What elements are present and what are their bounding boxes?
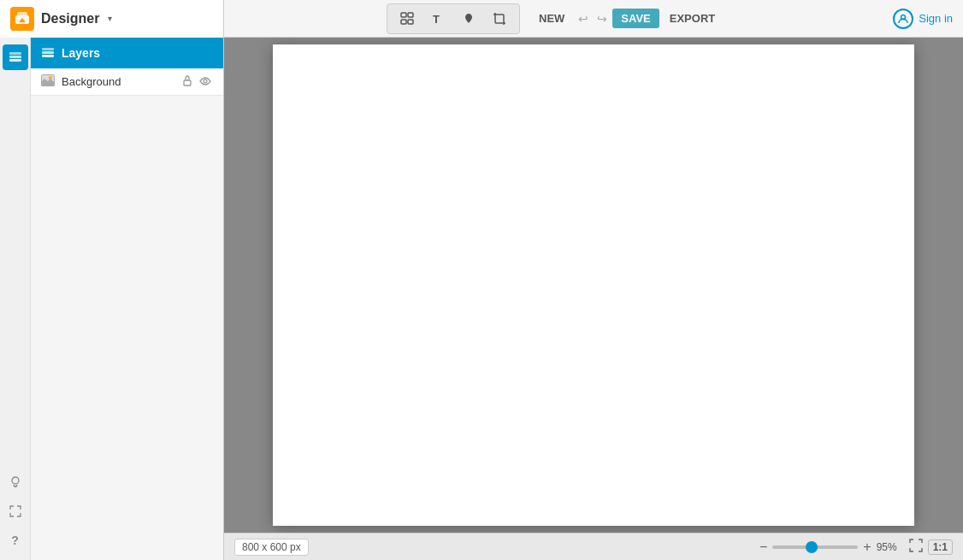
app-logo[interactable]	[10, 7, 34, 31]
app-title: Designer	[41, 11, 99, 27]
expand-icon[interactable]	[3, 498, 28, 524]
redo-button[interactable]: ↪	[594, 10, 611, 27]
background-layer-actions	[180, 74, 213, 91]
icon-strip-bottom: ?	[3, 469, 28, 560]
text-tool-button[interactable]: T	[423, 6, 452, 32]
zoom-slider[interactable]	[772, 545, 858, 549]
icon-strip: ?	[0, 38, 31, 560]
layers-tab-icon[interactable]	[3, 44, 28, 70]
select-tool-button[interactable]	[393, 6, 422, 32]
logo-area: Designer ▾	[0, 0, 224, 38]
layers-panel-header: Layers	[31, 38, 223, 68]
new-button[interactable]: NEW	[530, 9, 573, 28]
svg-rect-5	[408, 20, 413, 24]
canvas[interactable]	[273, 44, 914, 526]
export-button[interactable]: EXPORT	[661, 9, 724, 28]
main-toolbar: T NEW ↩ ↪	[224, 3, 893, 34]
canvas-wrapper	[224, 38, 963, 533]
sign-in-icon	[893, 9, 913, 29]
save-button[interactable]: SAVE	[612, 9, 659, 28]
canvas-size-label: 800 x 600 px	[234, 539, 309, 556]
top-bar: Designer ▾ T	[0, 0, 963, 38]
undo-redo-group: ↩ ↪	[575, 10, 611, 27]
svg-rect-20	[42, 48, 54, 50]
svg-rect-3	[408, 13, 413, 17]
help-label: ?	[11, 533, 19, 547]
background-layer-icon	[41, 74, 55, 89]
action-group: NEW ↩ ↪ SAVE EXPORT	[530, 9, 724, 28]
zoom-out-button[interactable]: −	[759, 539, 767, 555]
svg-text:T: T	[433, 13, 440, 26]
canvas-area: 800 x 600 px − + 95% 1:1	[224, 38, 963, 560]
background-layer-item[interactable]: Background	[31, 68, 223, 96]
sign-in-button[interactable]: Sign in	[893, 9, 953, 29]
svg-rect-2	[401, 13, 406, 17]
svg-rect-1	[17, 12, 27, 19]
crop-tool-button[interactable]	[485, 6, 514, 32]
lightbulb-icon[interactable]	[3, 469, 28, 495]
lock-icon[interactable]	[180, 74, 194, 91]
layers-panel-title: Layers	[62, 46, 100, 60]
eye-icon[interactable]	[198, 74, 213, 90]
tool-group: T	[387, 3, 520, 34]
zoom-percent-label: 95%	[877, 541, 904, 553]
help-icon[interactable]: ?	[3, 528, 28, 553]
svg-rect-4	[401, 20, 406, 24]
layers-panel: Layers Background	[31, 38, 224, 560]
zoom-in-button[interactable]: +	[863, 539, 871, 555]
undo-button[interactable]: ↩	[575, 10, 592, 27]
ratio-button[interactable]: 1:1	[928, 539, 953, 555]
status-bar: 800 x 600 px − + 95% 1:1	[224, 533, 963, 560]
fit-to-screen-button[interactable]	[909, 539, 923, 555]
zoom-controls: − + 95% 1:1	[759, 539, 953, 555]
svg-rect-19	[42, 51, 54, 54]
shape-tool-button[interactable]	[454, 6, 483, 32]
sign-in-label: Sign in	[919, 12, 953, 25]
svg-point-24	[204, 80, 207, 83]
svg-rect-13	[9, 59, 21, 62]
main-content: ? Layers Background	[0, 38, 963, 560]
svg-rect-7	[495, 15, 504, 23]
svg-rect-14	[9, 56, 21, 58]
background-layer-label: Background	[62, 75, 174, 88]
svg-rect-18	[42, 55, 54, 57]
svg-point-16	[12, 477, 19, 484]
svg-rect-23	[184, 80, 191, 85]
svg-point-22	[49, 76, 52, 80]
svg-rect-15	[9, 52, 21, 55]
layers-panel-icon	[41, 46, 55, 60]
app-title-dropdown[interactable]: ▾	[108, 14, 112, 23]
